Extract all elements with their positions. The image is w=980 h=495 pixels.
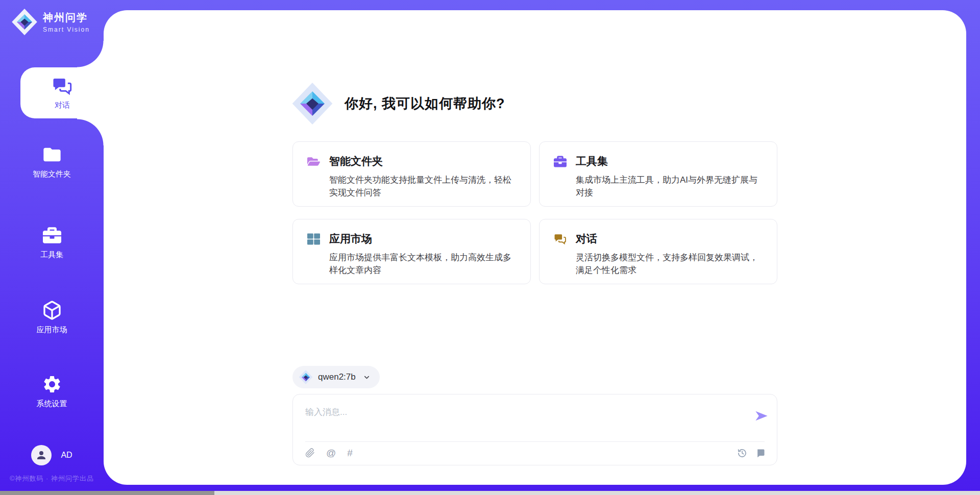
brand-name: 神州问学 (43, 11, 90, 24)
sidebar-item-chat[interactable]: 对话 (20, 67, 104, 118)
gear-icon (42, 374, 62, 394)
model-selector[interactable]: qwen2:7b (292, 366, 380, 388)
message-input[interactable] (305, 405, 734, 420)
grid-icon (307, 233, 320, 245)
card-description: 灵活切换多模型文件，支持多样回复效果调试，满足个性化需求 (576, 251, 760, 277)
card-description: 集成市场上主流工具，助力AI与外界无缝扩展与对接 (576, 174, 760, 199)
greeting-block: 你好, 我可以如何帮助你? (291, 82, 505, 126)
model-gem-icon (299, 369, 313, 385)
composer-divider (305, 441, 765, 442)
sidebar-item-label: 智能文件夹 (33, 169, 71, 179)
model-name: qwen2:7b (318, 372, 356, 382)
feature-cards: 智能文件夹 智能文件夹功能支持批量文件上传与清洗，轻松实现文件问答 工具集 集成… (292, 141, 777, 284)
card-smart-folder[interactable]: 智能文件夹 智能文件夹功能支持批量文件上传与清洗，轻松实现文件问答 (292, 141, 531, 207)
brand-subtitle: Smart Vision (43, 26, 90, 33)
folder-open-icon (307, 155, 320, 168)
chat-bubbles-icon (554, 233, 567, 245)
main-panel: 你好, 我可以如何帮助你? 智能文件夹 智能文件夹功能支持批量文件上传与清洗，轻… (104, 10, 966, 485)
briefcase-icon (554, 155, 567, 168)
sidebar-item-smart-folder[interactable]: 智能文件夹 (0, 144, 104, 179)
card-chat[interactable]: 对话 灵活切换多模型文件，支持多样回复效果调试，满足个性化需求 (539, 219, 777, 284)
briefcase-icon (42, 225, 62, 245)
avatar (31, 445, 52, 465)
card-description: 应用市场提供丰富长文本模板，助力高效生成多样化文章内容 (329, 251, 513, 277)
app-logo: 神州问学 Smart Vision (11, 8, 90, 36)
sidebar-item-label: 对话 (55, 101, 70, 110)
scrollbar-thumb[interactable] (0, 491, 214, 495)
sidebar-item-settings[interactable]: 系统设置 (0, 374, 104, 409)
brand-gem-icon (291, 82, 333, 126)
greeting-title: 你好, 我可以如何帮助你? (345, 94, 505, 113)
user-initials: AD (61, 451, 72, 460)
history-icon[interactable] (737, 448, 747, 458)
user-account[interactable]: AD (0, 445, 104, 465)
tab-fillet-top (77, 41, 104, 68)
message-composer: @ # (292, 394, 777, 465)
sidebar-footer-text: ©神州数码 · 神州问学出品 (0, 474, 104, 483)
chat-bubbles-icon (52, 76, 72, 96)
sidebar-item-toolset[interactable]: 工具集 (0, 225, 104, 260)
hash-icon[interactable]: # (347, 448, 353, 458)
message-icon[interactable] (755, 448, 766, 458)
sidebar-item-label: 系统设置 (37, 399, 67, 409)
card-toolset[interactable]: 工具集 集成市场上主流工具，助力AI与外界无缝扩展与对接 (539, 141, 777, 207)
paperclip-icon[interactable] (305, 448, 315, 458)
cube-icon (42, 300, 62, 320)
sidebar-item-label: 应用市场 (37, 325, 67, 335)
brand-gem-icon (11, 8, 38, 36)
card-title: 应用市场 (329, 232, 372, 246)
sidebar-item-app-market[interactable]: 应用市场 (0, 300, 104, 335)
card-title: 工具集 (576, 154, 608, 168)
at-sign-icon[interactable]: @ (326, 448, 336, 458)
card-description: 智能文件夹功能支持批量文件上传与清洗，轻松实现文件问答 (329, 174, 513, 199)
send-icon (754, 409, 769, 423)
card-title: 对话 (576, 232, 597, 246)
horizontal-scrollbar[interactable] (0, 491, 980, 495)
card-app-market[interactable]: 应用市场 应用市场提供丰富长文本模板，助力高效生成多样化文章内容 (292, 219, 531, 284)
chevron-down-icon (363, 374, 371, 381)
send-button[interactable] (754, 409, 769, 423)
tab-fillet-bottom (77, 118, 104, 145)
folder-icon (42, 144, 62, 165)
sidebar-item-label: 工具集 (40, 250, 63, 260)
person-icon (35, 449, 47, 461)
card-title: 智能文件夹 (329, 154, 383, 168)
